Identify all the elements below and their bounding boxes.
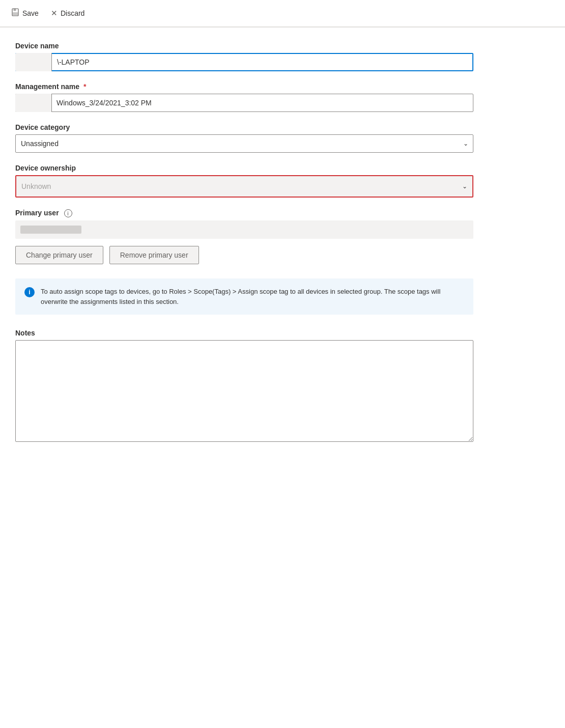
primary-user-field	[15, 220, 473, 239]
discard-label: Discard	[61, 9, 84, 17]
primary-user-actions: Change primary user Remove primary user	[15, 246, 473, 264]
notes-group: Notes	[15, 329, 473, 443]
device-name-input-wrapper	[15, 53, 473, 71]
notes-label: Notes	[15, 329, 473, 337]
device-category-select-wrapper: Unassigned ⌄	[15, 134, 473, 153]
device-ownership-group: Device ownership Unknown Corporate Perso…	[15, 164, 473, 198]
device-category-select[interactable]: Unassigned	[15, 134, 473, 153]
info-banner: i To auto assign scope tags to devices, …	[15, 278, 473, 315]
notes-textarea[interactable]	[15, 340, 473, 442]
device-name-input[interactable]	[15, 53, 473, 71]
device-ownership-select[interactable]: Unknown Corporate Personal	[15, 175, 473, 198]
management-name-input[interactable]	[15, 94, 473, 112]
management-name-group: Management name *	[15, 82, 473, 112]
management-name-prefix	[15, 94, 52, 112]
primary-user-group: Primary user i Change primary user Remov…	[15, 209, 473, 264]
info-icon[interactable]: i	[64, 209, 72, 217]
form-content: Device name Management name * Device cat…	[0, 27, 489, 469]
device-name-label: Device name	[15, 42, 473, 50]
primary-user-placeholder	[20, 226, 81, 234]
discard-button[interactable]: ✕ Discard	[50, 7, 86, 20]
save-icon	[11, 8, 19, 18]
management-name-label: Management name *	[15, 82, 473, 91]
change-primary-user-button[interactable]: Change primary user	[15, 246, 103, 264]
svg-rect-2	[13, 12, 18, 15]
device-ownership-label: Device ownership	[15, 164, 473, 172]
info-banner-text: To auto assign scope tags to devices, go…	[41, 287, 464, 306]
remove-primary-user-button[interactable]: Remove primary user	[109, 246, 199, 264]
device-category-label: Device category	[15, 123, 473, 131]
primary-user-label: Primary user i	[15, 209, 473, 217]
device-category-group: Device category Unassigned ⌄	[15, 123, 473, 153]
discard-icon: ✕	[51, 9, 58, 18]
save-label: Save	[22, 9, 39, 17]
toolbar: Save ✕ Discard	[0, 0, 565, 27]
management-name-input-wrapper	[15, 94, 473, 112]
required-asterisk: *	[83, 82, 86, 91]
device-ownership-select-wrapper: Unknown Corporate Personal ⌄	[15, 175, 473, 198]
device-name-prefix	[15, 53, 52, 71]
device-name-group: Device name	[15, 42, 473, 71]
save-button[interactable]: Save	[10, 6, 40, 20]
svg-rect-1	[14, 9, 16, 11]
info-circle-icon: i	[24, 287, 35, 297]
